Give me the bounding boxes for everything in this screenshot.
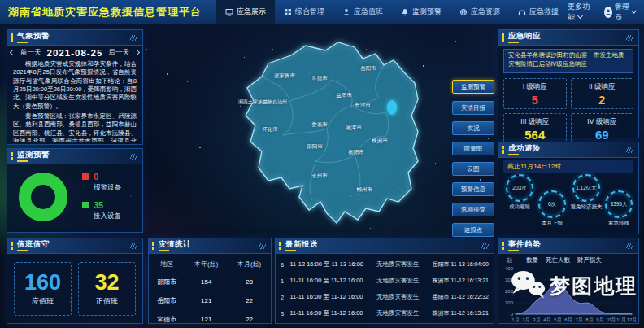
gauge-month-reports: 6次 本月上报: [536, 190, 568, 227]
table-row[interactable]: 邵阳市 154 28: [149, 273, 271, 291]
nav-item-emergency-display[interactable]: 应急展示: [216, 0, 275, 24]
city-label[interactable]: 张家界市: [274, 72, 295, 80]
panel-header: 事件趋势: [498, 238, 638, 254]
duty-stats: 160 应值班 32 正值班: [7, 254, 142, 324]
panel-header: 应急响应: [498, 30, 638, 46]
gauge-value: 3395人: [611, 201, 628, 208]
panel-corner-icon: [259, 243, 266, 249]
prev-icon[interactable]: [10, 50, 15, 55]
city-label[interactable]: 永州市: [311, 173, 328, 180]
legend-property-loss[interactable]: 财产损失: [577, 256, 602, 265]
map-btn-flood-inspection[interactable]: 汛期排查: [452, 203, 494, 216]
response-stat-level4: IV 级响应 69: [571, 113, 634, 144]
gauge-ring: 6次: [538, 190, 566, 218]
panel-title: 监测预警: [17, 151, 50, 162]
table-row[interactable]: 岳阳市 121 22: [149, 291, 271, 310]
weather-paragraph: 黄色预警区域：张家界市永定区、武陵源区、慈利县西南部、桑植县西部，益阳市赫山区西…: [13, 112, 137, 142]
gauge-value: 6次: [548, 201, 556, 208]
list-item[interactable]: 2 11-11 16:00 至 11-12 16:00 无地质灾害发生 岳阳市 …: [281, 289, 489, 305]
duty-expected-label: 应值班: [32, 296, 54, 307]
gauge-economic-loss-avoided: 1.12亿元 避免经济损失: [570, 174, 603, 211]
panel-marker: [11, 242, 13, 250]
table-header-row: 地区 本年(起) 本月(起): [149, 256, 271, 273]
cell-year: 154: [185, 273, 228, 291]
map-btn-rainfall-map[interactable]: 雨量图: [452, 142, 494, 155]
city-label[interactable]: 株洲市: [372, 138, 388, 145]
nav-item-emergency-rescue[interactable]: 应急救援: [509, 0, 568, 24]
cell-month: 22: [228, 310, 271, 328]
duty-onduty-label: 正值班: [96, 296, 118, 307]
panel-header: 灾情统计: [149, 238, 271, 254]
panel-header: 气象预警: [7, 30, 142, 46]
panel-title: 成功避险: [508, 144, 541, 155]
nav-item-emergency-duty[interactable]: 应急值班: [333, 0, 392, 24]
city-label[interactable]: 岳阳市: [360, 65, 376, 72]
next-day-button[interactable]: 后一天: [108, 48, 129, 58]
alarm-device-count: 0: [94, 172, 98, 181]
col-region: 地区: [149, 256, 185, 273]
latest-reports-panel: 最新报送 6 11-12 16:00 至 11-13 16:00 无地质灾害发生…: [275, 238, 494, 324]
stat-value: 5: [532, 94, 538, 106]
nav-item-monitoring-warning[interactable]: 监测预警: [392, 0, 450, 24]
city-label[interactable]: 长沙市: [355, 102, 371, 109]
map-btn-cloud-map[interactable]: 云图: [452, 162, 494, 176]
city-label[interactable]: 邵阳市: [307, 143, 323, 151]
nav-label: 应急值班: [354, 7, 383, 17]
city-label[interactable]: 郴州市: [356, 186, 372, 194]
legend-swatch: [82, 173, 89, 180]
disaster-statistics-panel: 灾情统计 地区 本年(起) 本月(起) 邵阳市 154 28 岳阳市 121 2…: [148, 238, 272, 324]
reports-list: 6 11-12 16:00 至 11-13 16:00 无地质灾害发生 岳阳市 …: [276, 254, 494, 321]
nav-item-comprehensive-management[interactable]: 综合管理: [275, 0, 333, 24]
col-month: 本月(起): [228, 256, 271, 273]
city-label[interactable]: 湘西土家族苗族自治州: [238, 98, 287, 106]
app-title: 湖南省地质灾害应急救援信息管理平台: [8, 5, 202, 20]
bell-icon: [401, 8, 409, 16]
list-item[interactable]: 6 11-12 16:00 至 11-13 16:00 无地质灾害发生 岳阳市 …: [281, 256, 489, 273]
svg-text:9月: 9月: [596, 317, 603, 323]
gauge-emergency-relocation: 3395人 紧急转移: [603, 190, 635, 227]
gauge-success-count: 203次 成功避险: [503, 174, 536, 211]
panel-corner-icon: [481, 243, 489, 249]
panel-title: 灾情统计: [159, 240, 191, 251]
map-svg: [210, 37, 454, 238]
cell-month: 22: [228, 291, 271, 310]
map-btn-disaster-daily-report[interactable]: 灾情日报: [452, 101, 494, 115]
next-icon[interactable]: [134, 50, 140, 55]
panel-header: 监测预警: [7, 149, 142, 164]
city-label[interactable]: 衡阳市: [348, 149, 364, 156]
city-label[interactable]: 怀化市: [262, 126, 278, 133]
list-item[interactable]: 1 11-11 16:00 至 11-12 16:00 无地质灾害发生 株洲市 …: [281, 273, 489, 289]
report-seq: 1: [281, 278, 289, 285]
city-label[interactable]: 益阳市: [336, 92, 352, 99]
svg-text:5月: 5月: [554, 317, 561, 323]
list-item[interactable]: 3 11-11 16:00 至 11-12 16:00 无地质灾害发生 株洲市 …: [281, 305, 489, 321]
svg-text:8月: 8月: [585, 317, 593, 323]
legend-count[interactable]: 数量: [526, 256, 538, 265]
city-label[interactable]: 常德市: [311, 75, 328, 82]
legend-deaths[interactable]: 死亡人数: [546, 256, 570, 265]
nav-label: 应急展示: [237, 7, 266, 17]
city-label[interactable]: 湘潭市: [346, 125, 362, 132]
response-notice-marquee[interactable]: 安化县羊角塘镇沙田村的山寨一带发生地质灾害险情已启动Ⅳ级应急响应: [503, 49, 633, 73]
device-donut-chart-area: 0 报警设备 35 接入设备: [7, 164, 142, 221]
highlight-region: [387, 100, 397, 115]
weather-paragraph: 根据地质灾害成灾规律和孕灾条件，结合2021年8月25日发布气象预报情况，省自然…: [13, 60, 137, 111]
hunan-province-map[interactable]: 张家界市 常德市 岳阳市 湘西土家族苗族自治州 益阳市 长沙市 怀化市 娄底市 …: [210, 37, 454, 238]
stat-value: 69: [595, 129, 609, 141]
more-functions-menu[interactable]: 更多功能: [568, 2, 594, 23]
gauge-ring: 203次: [506, 174, 533, 202]
user-label: 管理员: [615, 2, 629, 23]
map-btn-live-conditions[interactable]: 实况: [452, 121, 494, 135]
legend-item-connected: 35 接入设备: [82, 200, 121, 221]
map-btn-monitoring-warning[interactable]: 监测预警: [452, 80, 494, 94]
current-date: 2021-08-25: [47, 48, 103, 58]
nav-item-emergency-resources[interactable]: 应急资源: [450, 0, 509, 24]
map-btn-quick-report-points[interactable]: 速报点: [452, 223, 494, 237]
city-label[interactable]: 娄底市: [311, 121, 328, 129]
prev-day-button[interactable]: 前一天: [20, 48, 41, 58]
stat-label: IV 级响应: [587, 117, 616, 127]
more-functions-label: 更多功能: [568, 2, 590, 21]
user-menu[interactable]: 管理员: [604, 2, 636, 23]
map-btn-warning-info[interactable]: 预警信息: [452, 182, 494, 196]
table-row[interactable]: 常德市 121 22: [149, 310, 271, 328]
